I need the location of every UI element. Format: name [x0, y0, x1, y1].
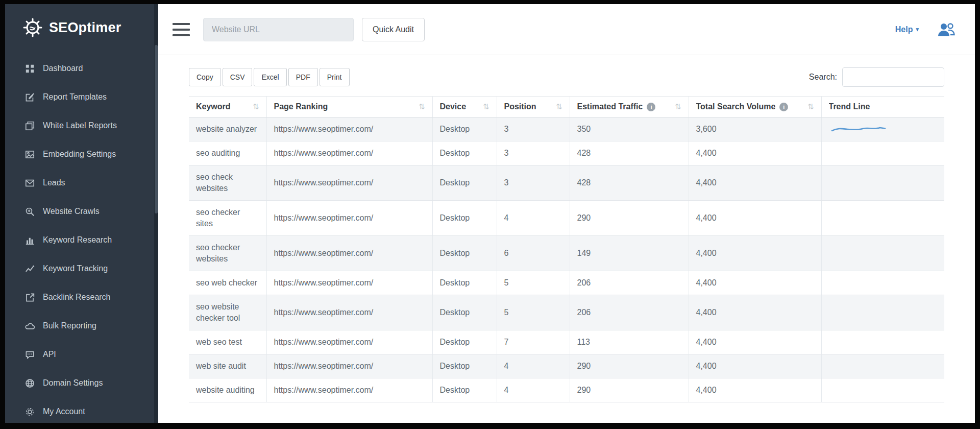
table-row: website analyzerhttps://www.seoptimer.co… — [189, 117, 944, 141]
search-label: Search: — [809, 73, 837, 82]
cell-total-search-volume: 4,400 — [689, 141, 821, 165]
table-row: seo checker websiteshttps://www.seoptime… — [189, 236, 944, 271]
cell-page-ranking: https://www.seoptimer.com/ — [266, 141, 432, 165]
sidebar-scrollbar-thumb[interactable] — [155, 45, 158, 213]
sidebar-scrollbar[interactable] — [154, 4, 158, 423]
cell-position: 3 — [497, 165, 570, 201]
sidebar-item-leads[interactable]: Leads — [5, 169, 158, 197]
cell-device: Desktop — [432, 236, 497, 271]
cell-device: Desktop — [432, 330, 497, 354]
sidebar-item-label: Leads — [43, 178, 65, 187]
app-window: SEOptimer DashboardReport TemplatesWhite… — [5, 4, 975, 423]
brand-name: SEOptimer — [49, 20, 121, 36]
cell-page-ranking: https://www.seoptimer.com/ — [266, 295, 432, 330]
cell-trend-line — [821, 354, 944, 378]
column-header-keyword[interactable]: Keyword⇅ — [189, 97, 266, 117]
domain-settings-icon — [24, 378, 35, 388]
user-account-icon[interactable] — [936, 21, 957, 38]
sidebar-item-label: Report Templates — [43, 92, 107, 102]
column-header-total-search-volume[interactable]: Total Search Volumei⇅ — [689, 97, 821, 117]
sort-icon[interactable]: ⇅ — [253, 102, 259, 111]
quick-audit-button[interactable]: Quick Audit — [362, 18, 425, 41]
trend-sparkline — [829, 124, 938, 135]
cell-keyword: seo check websites — [189, 165, 266, 201]
topbar-right: Help ▾ — [895, 21, 957, 38]
brand-logo[interactable]: SEOptimer — [5, 4, 158, 51]
sort-icon[interactable]: ⇅ — [483, 102, 489, 111]
content: CopyCSVExcelPDFPrint Search: Keyword⇅Pag… — [158, 55, 975, 423]
cell-trend-line — [821, 141, 944, 165]
cell-total-search-volume: 4,400 — [689, 236, 821, 271]
sort-icon[interactable]: ⇅ — [419, 102, 425, 111]
info-icon[interactable]: i — [647, 103, 655, 111]
sort-icon[interactable]: ⇅ — [675, 102, 681, 111]
column-header-position[interactable]: Position⇅ — [497, 97, 570, 117]
cell-device: Desktop — [432, 165, 497, 201]
sidebar-item-label: Embedding Settings — [43, 150, 116, 159]
export-csv-button[interactable]: CSV — [223, 68, 253, 86]
cell-total-search-volume: 4,400 — [689, 271, 821, 295]
column-label: Keyword — [196, 102, 231, 111]
cell-position: 5 — [497, 295, 570, 330]
export-copy-button[interactable]: Copy — [189, 68, 221, 86]
sidebar-item-label: Domain Settings — [43, 378, 103, 388]
sidebar-item-keyword-research[interactable]: Keyword Research — [5, 226, 158, 254]
cell-page-ranking: https://www.seoptimer.com/ — [266, 330, 432, 354]
table-row: website auditinghttps://www.seoptimer.co… — [189, 378, 944, 402]
sidebar-item-website-crawls[interactable]: Website Crawls — [5, 197, 158, 226]
cell-page-ranking: https://www.seoptimer.com/ — [266, 378, 432, 402]
column-header-estimated-traffic[interactable]: Estimated Traffici⇅ — [570, 97, 689, 117]
table-search-input[interactable] — [842, 67, 944, 87]
cell-total-search-volume: 4,400 — [689, 354, 821, 378]
hamburger-menu-icon[interactable] — [173, 23, 190, 36]
help-menu[interactable]: Help ▾ — [895, 25, 919, 34]
cell-page-ranking: https://www.seoptimer.com/ — [266, 271, 432, 295]
cell-device: Desktop — [432, 378, 497, 402]
sidebar-item-label: API — [43, 350, 56, 359]
sidebar-item-label: White Label Reports — [43, 121, 117, 130]
seoptimer-gear-icon — [22, 17, 43, 38]
cell-position: 3 — [497, 117, 570, 141]
website-url-input[interactable] — [203, 18, 354, 41]
cell-keyword: website analyzer — [189, 117, 266, 141]
column-header-page-ranking[interactable]: Page Ranking⇅ — [266, 97, 432, 117]
table-header-row: Keyword⇅Page Ranking⇅Device⇅Position⇅Est… — [189, 97, 944, 117]
export-pdf-button[interactable]: PDF — [288, 68, 318, 86]
api-icon — [24, 349, 35, 360]
table-row: seo check websiteshttps://www.seoptimer.… — [189, 165, 944, 201]
cell-position: 4 — [497, 378, 570, 402]
export-excel-button[interactable]: Excel — [254, 68, 286, 86]
export-print-button[interactable]: Print — [320, 68, 350, 86]
cell-estimated-traffic: 428 — [570, 165, 689, 201]
cell-estimated-traffic: 428 — [570, 141, 689, 165]
sidebar-item-bulk-reporting[interactable]: Bulk Reporting — [5, 312, 158, 340]
column-header-trend-line: Trend Line — [821, 97, 944, 117]
cell-keyword: seo checker websites — [189, 236, 266, 271]
main-area: Quick Audit Help ▾ CopyCS — [158, 4, 975, 423]
cell-keyword: seo checker sites — [189, 201, 266, 236]
cell-trend-line — [821, 295, 944, 330]
sidebar-item-backlink-research[interactable]: Backlink Research — [5, 283, 158, 312]
sidebar-item-keyword-tracking[interactable]: Keyword Tracking — [5, 254, 158, 283]
info-icon[interactable]: i — [779, 103, 788, 111]
sidebar-item-my-account[interactable]: My Account — [5, 397, 158, 423]
cell-position: 3 — [497, 141, 570, 165]
cell-trend-line — [821, 271, 944, 295]
sort-icon[interactable]: ⇅ — [556, 102, 562, 111]
sidebar-item-label: My Account — [43, 407, 85, 416]
column-label: Trend Line — [829, 102, 870, 111]
cell-estimated-traffic: 206 — [570, 271, 689, 295]
sort-icon[interactable]: ⇅ — [807, 102, 814, 111]
sidebar-item-dashboard[interactable]: Dashboard — [5, 54, 158, 83]
sidebar-item-embedding-settings[interactable]: Embedding Settings — [5, 140, 158, 169]
sidebar-item-label: Keyword Research — [43, 235, 112, 245]
search-wrap: Search: — [809, 67, 944, 87]
column-header-device[interactable]: Device⇅ — [432, 97, 497, 117]
sidebar-item-label: Keyword Tracking — [43, 264, 108, 273]
cell-page-ranking: https://www.seoptimer.com/ — [266, 165, 432, 201]
cell-estimated-traffic: 113 — [570, 330, 689, 354]
sidebar-item-report-templates[interactable]: Report Templates — [5, 83, 158, 111]
sidebar-item-domain-settings[interactable]: Domain Settings — [5, 369, 158, 397]
sidebar-item-api[interactable]: API — [5, 340, 158, 369]
sidebar-item-white-label-reports[interactable]: White Label Reports — [5, 111, 158, 140]
